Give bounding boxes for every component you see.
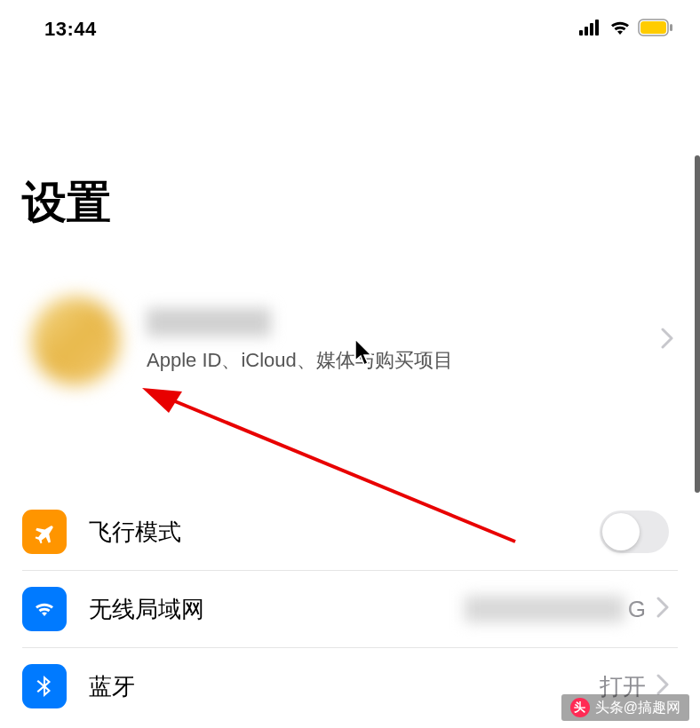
airplane-mode-toggle[interactable] (600, 510, 669, 553)
settings-list: 飞行模式 无线局域网 G 蓝牙 打开 (22, 494, 678, 724)
svg-rect-6 (670, 24, 672, 31)
wifi-value-suffix: G (628, 596, 646, 623)
chevron-right-icon (661, 327, 673, 355)
page-title: 设置 (0, 49, 700, 233)
watermark-logo-icon: 头 (570, 698, 590, 717)
wifi-status-icon (609, 20, 631, 39)
status-bar: 13:44 (0, 0, 700, 49)
profile-name-redacted (147, 308, 271, 336)
wifi-row[interactable]: 无线局域网 G (22, 571, 678, 648)
profile-text: Apple ID、iCloud、媒体与购买项目 (147, 308, 669, 374)
status-time: 13:44 (44, 18, 97, 41)
watermark-label: 头条@搞趣网 (595, 699, 680, 717)
airplane-icon (22, 510, 67, 554)
battery-icon (638, 19, 673, 40)
svg-rect-2 (590, 23, 593, 36)
apple-id-profile-row[interactable]: Apple ID、iCloud、媒体与购买项目 (22, 286, 678, 396)
svg-rect-1 (585, 27, 588, 36)
cellular-signal-icon (579, 20, 602, 39)
wifi-value-redacted (465, 596, 624, 622)
svg-rect-3 (595, 20, 599, 36)
chevron-right-icon (656, 597, 669, 621)
scrollbar[interactable] (695, 155, 700, 493)
bluetooth-label: 蓝牙 (89, 671, 600, 702)
wifi-label: 无线局域网 (89, 594, 465, 625)
airplane-mode-label: 飞行模式 (89, 517, 600, 548)
status-indicators (579, 19, 673, 40)
wifi-icon (22, 587, 67, 631)
svg-rect-5 (640, 21, 666, 34)
profile-subtitle: Apple ID、iCloud、媒体与购买项目 (147, 347, 669, 374)
bluetooth-icon (22, 664, 67, 708)
airplane-mode-row[interactable]: 飞行模式 (22, 494, 678, 571)
avatar (31, 297, 120, 385)
svg-rect-0 (579, 30, 583, 36)
watermark: 头 头条@搞趣网 (561, 694, 689, 721)
